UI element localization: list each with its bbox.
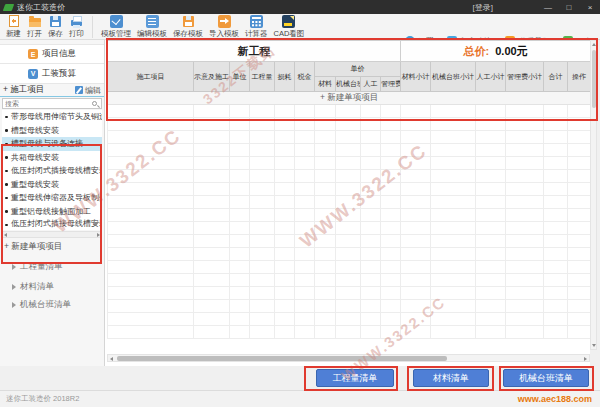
minimize-button[interactable]: —	[542, 3, 554, 12]
chevron-down-icon[interactable]	[93, 222, 99, 226]
table-cell	[476, 170, 506, 183]
scroll-right-icon[interactable]	[97, 233, 100, 237]
scroll-down-icon[interactable]	[592, 344, 596, 347]
table-cell	[230, 157, 250, 170]
list-item-selected[interactable]: 槽型母线与设备连接	[2, 137, 102, 151]
scroll-right-icon[interactable]	[584, 357, 587, 361]
sidebar-item-budget[interactable]: V 工装预算	[0, 64, 104, 84]
table-cell	[315, 170, 336, 183]
website-link[interactable]: www.aec188.com	[518, 394, 592, 404]
table-cell	[401, 287, 431, 300]
toolbar-print-button[interactable]: 打印	[66, 13, 87, 40]
sidebar-item-quantity-list[interactable]: 工程量清单	[12, 261, 63, 273]
quantity-list-button[interactable]: 工程量清单	[316, 369, 394, 387]
horizontal-scrollbar-thumb[interactable]	[117, 356, 447, 361]
sidebar-new-project-item[interactable]: + 新建单项项目	[4, 241, 62, 253]
expand-triangle-icon[interactable]	[12, 284, 16, 290]
table-cell	[361, 274, 381, 287]
expand-triangle-icon[interactable]	[12, 302, 16, 308]
table-cell	[431, 222, 476, 235]
table-cell	[250, 326, 275, 339]
toolbar-template-save-button[interactable]: 保存模板	[170, 13, 206, 40]
close-button[interactable]: ×	[584, 3, 596, 12]
table-cell	[431, 157, 476, 170]
table-cell	[381, 131, 401, 144]
table-cell	[230, 235, 250, 248]
table-cell	[476, 209, 506, 222]
table-cell	[506, 170, 544, 183]
sidebar-item-machine-list[interactable]: 机械台班清单	[12, 299, 71, 311]
list-item-label: 带形母线用伸缩节头及铜过渡板	[11, 111, 102, 122]
scroll-up-icon[interactable]	[592, 43, 596, 46]
login-link[interactable]: [登录]	[473, 2, 493, 13]
sidebar-item-project-info[interactable]: E 项目信息	[0, 44, 104, 64]
toolbar-new-button[interactable]: 新建	[3, 13, 24, 40]
list-item[interactable]: 共箱母线安装	[2, 151, 102, 165]
search-input[interactable]	[3, 100, 92, 107]
table-cell	[275, 183, 295, 196]
list-item[interactable]: 重型铝母线接触面加工	[2, 205, 102, 219]
table-cell	[401, 196, 431, 209]
sidebar-item-material-list[interactable]: 材料清单	[12, 281, 54, 293]
column-header: 材料小计	[401, 62, 431, 92]
horizontal-scrollbar[interactable]	[107, 354, 590, 362]
table-cell	[361, 196, 381, 209]
toolbar-template-import-button[interactable]: 导入模板	[206, 13, 242, 40]
table-cell	[315, 300, 336, 313]
vertical-scrollbar[interactable]	[590, 40, 597, 350]
edit-button[interactable]: 编辑	[75, 85, 101, 96]
table-cell	[568, 183, 590, 196]
machine-list-button[interactable]: 机械台班清单	[503, 369, 589, 387]
table-cell	[295, 287, 315, 300]
list-item[interactable]: 重型母线安装	[2, 178, 102, 192]
table-cell	[336, 222, 361, 235]
toolbar-template-manage-button[interactable]: 模板管理	[98, 13, 134, 40]
list-item[interactable]: 带形母线用伸缩节头及铜过渡板	[2, 110, 102, 124]
search-icon	[92, 101, 97, 106]
toolbar-calculator-button[interactable]: 计算器	[242, 13, 271, 40]
table-cell	[194, 222, 230, 235]
table-cell	[381, 300, 401, 313]
table-cell	[194, 300, 230, 313]
list-item-label: 槽型母线与设备连接	[11, 138, 83, 149]
table-cell	[431, 144, 476, 157]
material-list-button[interactable]: 材料清单	[413, 369, 489, 387]
toolbar-template-edit-button[interactable]: 编辑模板	[134, 13, 170, 40]
table-cell	[295, 105, 315, 118]
toolbar-save-button[interactable]: 保存	[45, 13, 66, 40]
toolbar-button-label: 打印	[69, 29, 84, 39]
table-cell	[431, 118, 476, 131]
expand-triangle-icon[interactable]	[12, 264, 16, 270]
table-cell	[275, 274, 295, 287]
table-cell	[401, 131, 431, 144]
vertical-scrollbar-thumb[interactable]	[592, 50, 597, 108]
table-cell	[476, 326, 506, 339]
table-row	[108, 326, 591, 339]
list-item[interactable]: 槽型母线安装	[2, 124, 102, 138]
table-cell	[568, 261, 590, 274]
scroll-left-icon[interactable]	[4, 233, 7, 237]
table-cell	[275, 222, 295, 235]
table-cell	[361, 170, 381, 183]
new-file-icon	[9, 15, 19, 27]
table-cell	[506, 235, 544, 248]
table-row	[108, 313, 591, 326]
table-cell	[401, 300, 431, 313]
table-cell	[476, 196, 506, 209]
toolbar-cad-view-button[interactable]: CAD看图	[271, 13, 308, 40]
list-item[interactable]: 重型母线伸缩器及导板制作、安	[2, 191, 102, 205]
scroll-left-icon[interactable]	[110, 357, 113, 361]
sidebar-horizontal-scrollbar[interactable]	[2, 231, 102, 238]
new-item-row[interactable]: + 新建单项项目	[108, 92, 591, 105]
list-item[interactable]: 低压封闭式插接母线槽安装	[2, 164, 102, 178]
table-cell	[230, 170, 250, 183]
toolbar-button-label: 计算器	[245, 29, 268, 39]
table-cell	[568, 235, 590, 248]
table-row	[108, 170, 591, 183]
maximize-button[interactable]: □	[563, 3, 575, 12]
toolbar-open-button[interactable]: 打开	[24, 13, 45, 40]
construction-project-header[interactable]: + 施工项目 编辑	[0, 84, 104, 97]
list-item[interactable]: 低压封闭式插接母线槽安装	[2, 218, 102, 230]
list-item-label: 低压封闭式插接母线槽安装	[11, 218, 102, 229]
table-cell	[361, 209, 381, 222]
